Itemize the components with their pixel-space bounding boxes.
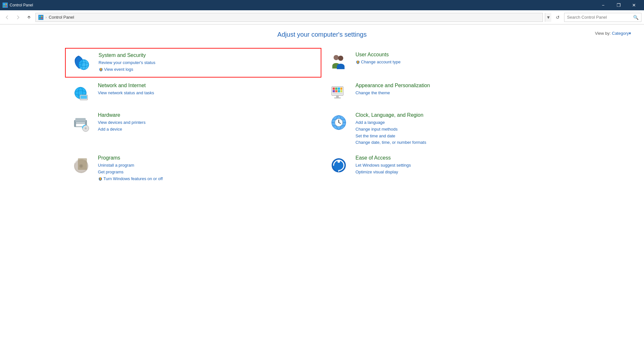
clock-language-title[interactable]: Clock, Language, and Region — [355, 112, 426, 118]
appearance-title[interactable]: Appearance and Personalization — [355, 83, 430, 88]
viewby-dropdown[interactable]: Category▾ — [612, 31, 631, 36]
svg-rect-35 — [76, 123, 85, 123]
uninstall-program-link[interactable]: Uninstall a program — [98, 162, 163, 169]
category-network-internet[interactable]: Network and Internet View network status… — [64, 78, 322, 108]
view-event-logs-link[interactable]: View event logs — [99, 66, 156, 73]
path-separator: › — [45, 15, 47, 20]
path-icon — [38, 15, 43, 20]
svg-rect-28 — [338, 90, 340, 92]
change-theme-link[interactable]: Change the theme — [355, 90, 430, 96]
svg-rect-22 — [333, 87, 335, 90]
svg-rect-27 — [335, 90, 337, 92]
svg-rect-19 — [80, 96, 87, 99]
ease-of-access-content: Ease of Access Let Windows suggest setti… — [355, 155, 411, 176]
svg-rect-2 — [4, 5, 5, 7]
categories-grid: System and Security Review your computer… — [64, 47, 580, 187]
svg-rect-34 — [75, 118, 86, 122]
shield-icon — [99, 67, 103, 72]
back-button[interactable] — [3, 13, 12, 22]
clock-language-icon — [328, 112, 349, 133]
viewby-label: View by: — [595, 31, 611, 36]
address-dropdown[interactable]: ▾ — [545, 13, 551, 22]
hardware-content: Hardware View devices and printers Add a… — [98, 112, 146, 133]
minimize-button[interactable]: − — [596, 0, 611, 10]
svg-rect-24 — [338, 87, 340, 90]
address-box[interactable]: › Control Panel — [35, 13, 543, 22]
svg-rect-1 — [5, 4, 7, 5]
svg-rect-29 — [340, 90, 342, 92]
hardware-icon — [71, 112, 91, 133]
change-input-methods-link[interactable]: Change input methods — [355, 126, 426, 133]
view-by: View by: Category▾ — [477, 31, 631, 36]
restore-button[interactable]: ❐ — [611, 0, 626, 10]
app-icon — [3, 3, 8, 8]
turn-windows-features-link[interactable]: Turn Windows features on or off — [98, 176, 163, 182]
hardware-title[interactable]: Hardware — [98, 112, 146, 118]
svg-point-13 — [338, 56, 343, 61]
change-date-formats-link[interactable]: Change date, time, or number formats — [355, 139, 426, 146]
programs-content: Programs Uninstall a program Get program… — [98, 155, 163, 182]
network-internet-content: Network and Internet View network status… — [98, 83, 154, 96]
clock-language-content: Clock, Language, and Region Add a langua… — [355, 112, 426, 146]
page-title: Adjust your computer's settings — [167, 31, 477, 38]
category-hardware[interactable]: Hardware View devices and printers Add a… — [64, 108, 322, 151]
svg-rect-5 — [41, 16, 43, 17]
get-programs-link[interactable]: Get programs — [98, 169, 163, 176]
refresh-button[interactable]: ↺ — [553, 13, 562, 22]
optimize-visual-link[interactable]: Optimize visual display — [355, 169, 411, 176]
system-security-title[interactable]: System and Security — [99, 52, 156, 58]
main-content: Adjust your computer's settings View by:… — [0, 24, 644, 340]
close-button[interactable]: ✕ — [627, 0, 641, 10]
programs-title[interactable]: Programs — [98, 155, 163, 161]
svg-rect-30 — [333, 93, 342, 95]
add-language-link[interactable]: Add a language — [355, 119, 426, 126]
search-icon: 🔍 — [633, 15, 639, 20]
addressbar: › Control Panel ▾ ↺ 🔍 — [0, 10, 644, 24]
svg-rect-32 — [334, 97, 341, 98]
up-button[interactable] — [24, 13, 33, 22]
search-box[interactable]: 🔍 — [564, 13, 641, 22]
category-system-security[interactable]: System and Security Review your computer… — [65, 48, 321, 78]
svg-rect-4 — [39, 16, 41, 17]
view-devices-link[interactable]: View devices and printers — [98, 119, 146, 126]
system-security-icon — [71, 52, 92, 73]
titlebar-controls: − ❐ ✕ — [596, 0, 641, 10]
titlebar-left: Control Panel — [3, 3, 33, 8]
category-appearance[interactable]: Appearance and Personalization Change th… — [322, 78, 580, 108]
review-status-link[interactable]: Review your computer's status — [99, 60, 156, 66]
svg-rect-31 — [336, 96, 339, 97]
user-accounts-title[interactable]: User Accounts — [355, 52, 401, 58]
appearance-icon — [328, 83, 349, 103]
titlebar: Control Panel − ❐ ✕ — [0, 0, 644, 10]
appearance-content: Appearance and Personalization Change th… — [355, 83, 430, 96]
network-internet-title[interactable]: Network and Internet — [98, 83, 154, 88]
add-device-link[interactable]: Add a device — [98, 126, 146, 133]
svg-point-38 — [85, 127, 87, 129]
user-accounts-content: User Accounts Change account type — [355, 52, 401, 66]
category-clock-language[interactable]: Clock, Language, and Region Add a langua… — [322, 108, 580, 151]
network-internet-icon — [71, 83, 91, 103]
svg-point-12 — [334, 55, 339, 60]
shield-icon-user — [355, 60, 360, 64]
titlebar-title: Control Panel — [10, 3, 33, 7]
category-ease-of-access[interactable]: Ease of Access Let Windows suggest setti… — [322, 151, 580, 187]
svg-rect-0 — [4, 4, 5, 5]
shield-icon-programs — [98, 177, 102, 181]
view-network-status-link[interactable]: View network status and tasks — [98, 90, 154, 96]
svg-rect-26 — [333, 90, 335, 92]
let-windows-suggest-link[interactable]: Let Windows suggest settings — [355, 162, 411, 169]
ease-of-access-title[interactable]: Ease of Access — [355, 155, 411, 161]
svg-rect-6 — [39, 18, 41, 19]
ease-of-access-icon — [328, 155, 349, 176]
change-account-type-link[interactable]: Change account type — [355, 59, 401, 66]
search-input[interactable] — [567, 15, 631, 20]
programs-icon — [71, 155, 91, 176]
path-text: Control Panel — [49, 15, 74, 20]
category-programs[interactable]: Programs Uninstall a program Get program… — [64, 151, 322, 187]
category-user-accounts[interactable]: User Accounts Change account type — [322, 47, 580, 78]
system-security-content: System and Security Review your computer… — [99, 52, 156, 73]
user-accounts-icon — [328, 52, 349, 72]
forward-button[interactable] — [14, 13, 23, 22]
svg-rect-7 — [41, 18, 43, 19]
set-time-date-link[interactable]: Set the time and date — [355, 133, 426, 140]
